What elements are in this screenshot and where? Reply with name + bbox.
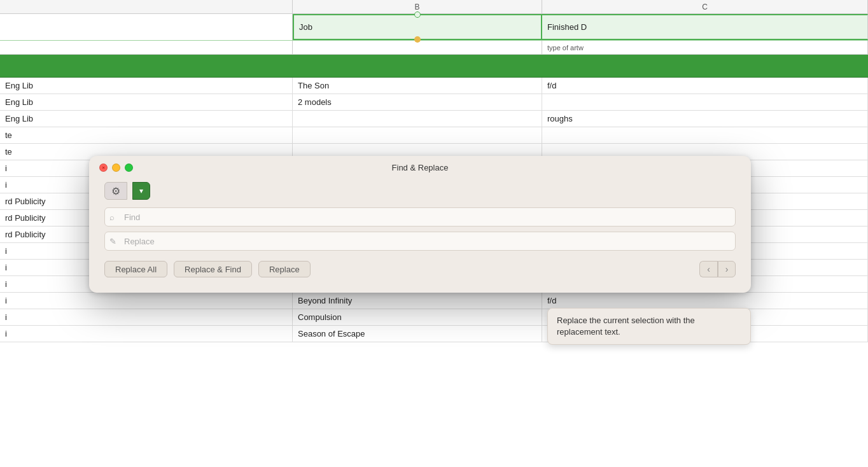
cell-b [293,111,542,127]
chevron-right-icon: › [725,264,729,274]
job-label: Job [299,22,312,32]
cell-c: f/d [542,78,868,94]
table-row: i Beyond Infinity f/d [0,293,868,309]
find-input[interactable] [104,207,736,227]
table-row: te [0,127,868,144]
cell-c: roughs [542,111,868,127]
find-field-row: ⌕ [104,207,736,227]
expand-options-button[interactable]: ▾ [132,182,150,200]
table-row: Eng Lib roughs [0,111,868,127]
maximize-button[interactable] [125,164,133,172]
header-cell-c: Finished D [542,14,868,40]
cell-b: Compulsion [293,309,542,325]
green-banner [0,55,868,78]
header-cell-a [0,14,293,40]
table-row: Eng Lib The Son f/d [0,78,868,94]
replace-all-button[interactable]: Replace All [104,261,167,277]
replace-field-wrapper: ✎ [104,232,736,251]
action-buttons-row: Replace All Replace & Find Replace ‹ › [104,261,736,277]
subheader-c: type of artw [542,41,868,54]
cell-b: The Son [293,78,542,94]
previous-button[interactable]: ‹ [699,261,717,277]
gear-icon: ⚙ [111,185,120,197]
replace-input[interactable] [104,232,736,251]
chevron-down-icon: ▾ [139,186,143,195]
dialog-title: Find & Replace [392,163,449,172]
cell-a: te [0,127,293,143]
cell-c: f/d [542,293,868,309]
selection-handle-bottom [414,36,421,43]
tooltip-text: Replace the current selection with the r… [557,316,695,337]
cell-a: Eng Lib [0,78,293,94]
column-header-row: B C [0,0,868,14]
selection-handle-top [414,11,421,18]
navigation-buttons: ‹ › [699,261,736,277]
close-icon: × [102,165,105,171]
cell-a: i [0,309,293,325]
cell-c [542,94,868,110]
minimize-button[interactable] [112,164,120,172]
cell-a: Eng Lib [0,94,293,110]
finished-d-label: Finished D [547,22,587,32]
traffic-lights: × [99,164,133,172]
dialog-titlebar: × Find & Replace [89,156,751,177]
replace-tooltip: Replace the current selection with the r… [547,308,751,345]
dialog-content: ⚙ ▾ ⌕ ✎ Replace All Replace & Find Repla… [89,177,751,277]
subheader-a [0,41,293,54]
find-field-wrapper: ⌕ [104,207,736,227]
replace-field-row: ✎ [104,232,736,251]
table-row: Eng Lib 2 models [0,94,868,111]
cell-b: Season of Escape [293,326,542,342]
close-button[interactable]: × [99,164,108,172]
col-header-c: C [542,0,868,13]
header-row: Job Finished D [0,14,868,41]
subheader-row: type of artw [0,41,868,55]
cell-b [293,127,542,143]
cell-a: i [0,326,293,342]
col-header-a [0,0,293,13]
header-cell-b[interactable]: Job [293,14,542,40]
cell-b: 2 models [293,94,542,110]
replace-and-find-button[interactable]: Replace & Find [174,261,252,277]
replace-button[interactable]: Replace [258,261,311,277]
subheader-b [293,41,542,54]
gear-options-button[interactable]: ⚙ [104,182,127,200]
cell-c [542,127,868,143]
find-replace-dialog: × Find & Replace ⚙ ▾ ⌕ ✎ [89,156,751,293]
next-button[interactable]: › [718,261,736,277]
cell-b: Beyond Infinity [293,293,542,309]
cell-a: Eng Lib [0,111,293,127]
chevron-left-icon: ‹ [707,264,710,274]
cell-a: i [0,293,293,309]
options-row: ⚙ ▾ [104,182,736,200]
